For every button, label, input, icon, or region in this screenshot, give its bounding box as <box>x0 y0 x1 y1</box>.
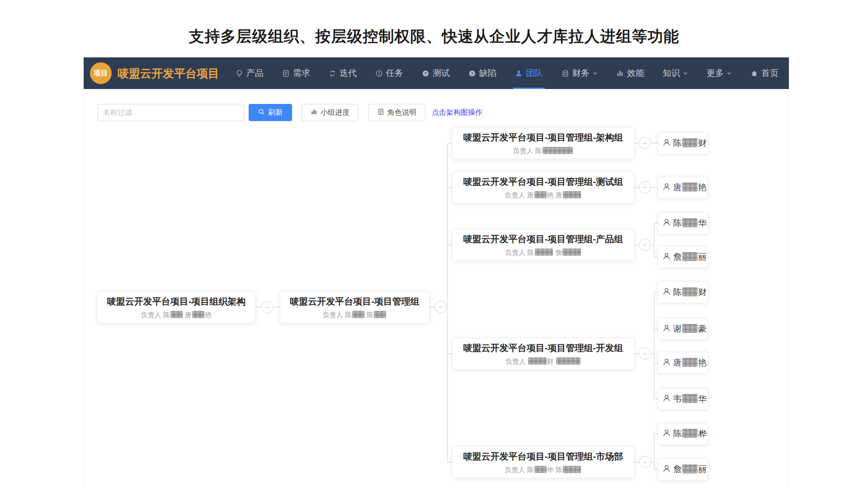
collapse-toggle[interactable]: − <box>261 301 274 313</box>
member-name: 唐艳 <box>673 182 707 193</box>
person-outline-icon <box>662 358 671 368</box>
search-icon <box>258 108 265 117</box>
nav-item-label: 测试 <box>433 67 450 79</box>
project-title[interactable]: 唛盟云开发平台项目 <box>118 66 219 81</box>
org-node-leader: 负责人 陈华 陈 <box>505 466 582 474</box>
nav-item-home[interactable]: 首页 <box>750 57 778 89</box>
member-card[interactable]: 陈华 <box>658 212 708 234</box>
member-name: 詹丽 <box>673 464 707 475</box>
org-node-title: 唛盟云开发平台项目-项目管理组-测试组 <box>463 176 623 188</box>
member-name: 唐艳 <box>673 357 707 369</box>
name-filter-input[interactable] <box>97 104 244 121</box>
nav-item-label: 产品 <box>246 67 264 79</box>
refresh-button[interactable]: 刷新 <box>249 104 292 121</box>
question-circle-icon: ? <box>468 70 476 77</box>
collapse-toggle[interactable]: − <box>639 347 651 360</box>
org-node-leader: 负责人 陈 陈 <box>323 311 387 319</box>
role-description-button[interactable]: 角色说明 <box>368 104 425 121</box>
member-name: 韦华 <box>673 393 707 405</box>
nav-item-label: 首页 <box>761 67 778 79</box>
org-node-leader: 负责人 财 <box>505 357 581 366</box>
collapse-toggle[interactable]: − <box>639 137 651 149</box>
top-navbar: 项目 唛盟云开发平台项目 产品 需求 迭代 任务 ? 测试 ? 缺陷 团队 <box>84 57 789 89</box>
member-card[interactable]: 唐艳 <box>658 352 708 374</box>
svg-text:?: ? <box>425 70 427 75</box>
collapse-toggle[interactable]: − <box>639 456 651 468</box>
org-node-title: 唛盟云开发平台项目-项目管理组-开发组 <box>463 342 623 354</box>
person-outline-icon <box>662 183 671 193</box>
nav-item-defects[interactable]: ? 缺陷 <box>468 57 496 89</box>
document-icon <box>282 70 290 77</box>
member-card[interactable]: 谢豪 <box>658 318 708 340</box>
org-node-title: 唛盟云开发平台项目-项目管理组-市场部 <box>463 450 623 463</box>
org-node-leader: 负责人 陈 <box>513 147 574 155</box>
member-name: 陈财 <box>673 286 707 298</box>
nav-item-label: 财务 <box>572 67 590 79</box>
member-card[interactable]: 陈桦 <box>658 423 708 445</box>
group-node-development[interactable]: 唛盟云开发平台项目-项目管理组-开发组 负责人 财 <box>452 338 634 370</box>
nav-item-label: 需求 <box>293 67 310 79</box>
loop-icon <box>329 70 336 77</box>
person-outline-icon <box>662 287 671 298</box>
member-card[interactable]: 陈财 <box>658 132 708 154</box>
group-node-testing[interactable]: 唛盟云开发平台项目-项目管理组-测试组 负责人 唐艳 唐 <box>452 172 634 203</box>
org-node-title: 唛盟云开发平台项目-项目组织架构 <box>107 296 246 308</box>
bulb-icon <box>236 70 243 77</box>
project-logo[interactable]: 项目 <box>90 62 112 84</box>
person-outline-icon <box>662 138 671 149</box>
group-progress-button[interactable]: 小组进度 <box>302 104 359 121</box>
role-description-label: 角色说明 <box>387 108 416 117</box>
home-icon <box>750 70 758 77</box>
nav-item-iterations[interactable]: 迭代 <box>329 57 357 89</box>
group-node-architecture[interactable]: 唛盟云开发平台项目-项目管理组-架构组 负责人 陈 <box>452 127 634 159</box>
group-node-product[interactable]: 唛盟云开发平台项目-项目管理组-产品组 负责人 陈 詹 <box>452 229 634 261</box>
chevron-down-icon <box>683 70 688 76</box>
nav-item-efficiency[interactable]: 效能 <box>616 57 644 89</box>
org-node-leader: 负责人 陈 唐艳 <box>141 311 212 319</box>
person-icon <box>515 70 523 77</box>
org-node-title: 唛盟云开发平台项目-项目管理组-架构组 <box>463 131 623 144</box>
org-node-root[interactable]: 唛盟云开发平台项目-项目组织架构 负责人 陈 唐艳 <box>97 291 255 323</box>
member-card[interactable]: 詹丽 <box>658 459 708 480</box>
collapse-toggle[interactable]: − <box>434 301 447 313</box>
question-circle-icon: ? <box>422 70 429 77</box>
nav-item-testing[interactable]: ? 测试 <box>422 57 450 89</box>
chevron-down-icon <box>592 70 598 76</box>
member-card[interactable]: 陈财 <box>658 282 708 303</box>
diagram-operate-link[interactable]: 点击架构图操作 <box>432 108 482 117</box>
person-outline-icon <box>662 218 671 229</box>
group-node-marketing[interactable]: 唛盟云开发平台项目-项目管理组-市场部 负责人 陈华 陈 <box>452 446 634 478</box>
bar-chart-icon <box>616 70 624 77</box>
member-name: 陈财 <box>673 137 707 149</box>
team-toolbar: 刷新 小组进度 角色说明 点击架构图操作 <box>97 104 482 121</box>
member-name: 谢豪 <box>673 323 707 335</box>
nav-item-product[interactable]: 产品 <box>236 57 264 89</box>
refresh-button-label: 刷新 <box>268 108 283 117</box>
database-icon <box>561 70 569 77</box>
page-heading: 支持多层级组织、按层级控制权限、快速从企业人才库拉人进组等功能 <box>0 26 868 47</box>
person-outline-icon <box>662 252 671 263</box>
collapse-toggle[interactable]: − <box>639 239 651 251</box>
member-name: 詹丽 <box>673 251 707 263</box>
nav-item-label: 团队 <box>526 67 543 79</box>
chevron-down-icon <box>726 70 732 76</box>
member-card[interactable]: 韦华 <box>658 388 708 410</box>
nav-item-tasks[interactable]: 任务 <box>375 57 403 89</box>
nav-item-requirements[interactable]: 需求 <box>282 57 310 89</box>
nav-item-finance[interactable]: 财务 <box>561 57 598 89</box>
org-node-leader: 负责人 陈 詹 <box>505 249 581 257</box>
nav-item-knowledge[interactable]: 知识 <box>663 57 688 89</box>
nav-menu: 产品 需求 迭代 任务 ? 测试 ? 缺陷 团队 财务 <box>236 57 778 89</box>
nav-item-label: 迭代 <box>340 67 357 79</box>
member-card[interactable]: 唐艳 <box>658 177 708 198</box>
nav-item-team[interactable]: 团队 <box>515 57 543 89</box>
org-node-management[interactable]: 唛盟云开发平台项目-项目管理组 负责人 陈 陈 <box>280 291 429 323</box>
person-outline-icon <box>662 465 671 475</box>
group-progress-label: 小组进度 <box>321 108 349 117</box>
project-logo-label: 项目 <box>94 69 108 78</box>
collapse-toggle[interactable]: − <box>639 181 651 193</box>
member-card[interactable]: 詹丽 <box>658 246 708 268</box>
nav-item-label: 更多 <box>707 67 724 79</box>
nav-item-more[interactable]: 更多 <box>707 57 732 89</box>
nav-item-label: 任务 <box>386 67 403 79</box>
